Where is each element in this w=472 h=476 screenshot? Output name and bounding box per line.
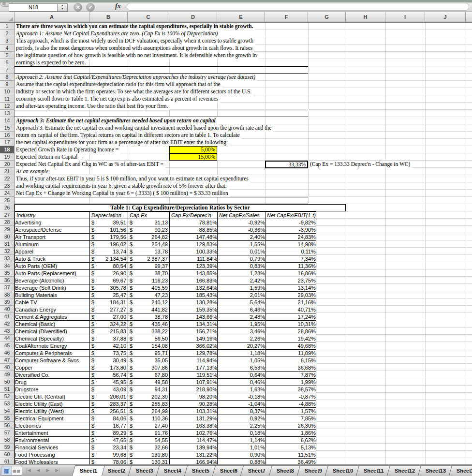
next-sheet-icon[interactable]: ▶ <box>44 467 51 474</box>
table-cell[interactable]: 2,01% <box>218 292 266 299</box>
table-cell[interactable]: $110,36 <box>128 415 170 422</box>
table-cell[interactable]: 177,13% <box>170 364 218 372</box>
table-cell[interactable]: Aluminum <box>15 241 90 248</box>
table-cell[interactable]: $13,74 <box>90 248 128 255</box>
table-cell[interactable]: $80,54 <box>90 263 128 270</box>
table-column-header[interactable]: Cap Ex <box>128 212 170 219</box>
cell-a17[interactable]: the net capital expenditures for your fi… <box>15 139 230 146</box>
row-header-59[interactable]: 59 <box>0 444 14 451</box>
table-cell[interactable]: Diversified Co. <box>15 372 90 379</box>
table-cell[interactable]: 49,68% <box>266 342 316 350</box>
row-header-2[interactable]: 2 <box>0 30 14 37</box>
table-cell[interactable]: 11,36% <box>266 263 316 270</box>
table-cell[interactable]: 6,15% <box>266 357 316 364</box>
table-cell[interactable]: 0,37% <box>218 408 266 415</box>
table-cell[interactable]: $179,56 <box>90 234 128 241</box>
row-header-50[interactable]: 50 <box>0 378 14 386</box>
table-cell[interactable]: $43,09 <box>90 386 128 393</box>
table-cell[interactable]: 102,76% <box>170 430 218 437</box>
sheet-tab-sheet10[interactable]: Sheet10 <box>325 465 361 476</box>
table-cell[interactable]: 98,20% <box>170 393 218 401</box>
table-cell[interactable]: 1,14% <box>218 437 266 444</box>
table-cell[interactable]: 1,57% <box>266 408 316 415</box>
table-cell[interactable]: Electronics <box>15 422 90 430</box>
table-cell[interactable]: 1,99% <box>266 379 316 386</box>
name-box-stepper[interactable]: ▲▼ <box>57 3 68 12</box>
table-cell[interactable]: 111,84% <box>170 255 218 263</box>
table-cell[interactable]: $305,78 <box>90 284 128 292</box>
table-cell[interactable]: 139,94% <box>170 444 218 451</box>
table-cell[interactable]: Financial Services <box>15 444 90 451</box>
row-header-23[interactable]: 23 <box>0 182 14 190</box>
row-header-4[interactable]: 4 <box>0 45 14 52</box>
column-header-f[interactable]: F <box>265 12 308 22</box>
table-cell[interactable]: 185,43% <box>170 292 218 299</box>
row-header-35[interactable]: 35 <box>0 269 14 277</box>
table-cell[interactable]: 0,64% <box>218 372 266 379</box>
column-header-j[interactable]: J <box>425 12 466 22</box>
cell-a20[interactable]: Expected Net Capital Ex and Chg in WC as… <box>15 161 165 168</box>
table-cell[interactable]: 1,59% <box>218 284 266 292</box>
row-header-37[interactable]: 37 <box>0 284 14 291</box>
table-cell[interactable]: $16,77 <box>90 422 128 430</box>
table-cell[interactable]: $47,65 <box>90 437 128 444</box>
cell-a18[interactable]: Expected Growth Rate in Operating Income… <box>15 146 120 153</box>
table-cell[interactable]: Auto & Truck <box>15 255 90 263</box>
row-header-6[interactable]: 6 <box>0 59 14 66</box>
prev-sheet-icon[interactable]: ◀ <box>35 467 42 474</box>
table-cell[interactable]: 20,27% <box>218 342 266 350</box>
sheet-tab-sheet12[interactable]: Sheet12 <box>386 465 423 476</box>
table-cell[interactable]: Electric Utility (West) <box>15 408 90 415</box>
table-cell[interactable]: 0,11% <box>266 248 316 255</box>
table-column-header[interactable]: Net CapEx/EBIT(1-t) <box>266 212 316 219</box>
cell-a21[interactable]: As an example, <box>15 168 52 175</box>
column-header-b[interactable]: B <box>89 12 128 22</box>
table-cell[interactable]: 1,95% <box>218 321 266 328</box>
table-cell[interactable]: 103,31% <box>170 408 218 415</box>
table-cell[interactable]: 90,28% <box>170 401 218 408</box>
table-cell[interactable]: $94,31 <box>128 386 170 393</box>
row-header-21[interactable]: 21 <box>0 168 14 175</box>
table-cell[interactable]: -0,87% <box>266 393 316 401</box>
table-cell[interactable]: 132,64% <box>170 284 218 292</box>
cell-a19[interactable]: Expected Return on Capital = <box>15 153 84 161</box>
table-cell[interactable]: 17,24% <box>266 313 316 321</box>
net-capex-result-cell[interactable]: 33,33% <box>265 161 308 168</box>
table-cell[interactable]: 114,94% <box>170 357 218 364</box>
table-cell[interactable]: 6,53% <box>218 364 266 372</box>
row-header-49[interactable]: 49 <box>0 371 14 378</box>
table-cell[interactable]: $90,23 <box>128 226 170 234</box>
first-sheet-icon[interactable]: |◀ <box>25 467 32 474</box>
table-cell[interactable]: $240,12 <box>128 299 170 306</box>
table-cell[interactable]: 19,42% <box>266 335 316 342</box>
table-cell[interactable]: 6,46% <box>218 306 266 313</box>
table-cell[interactable]: 119,51% <box>170 372 218 379</box>
table-cell[interactable]: Chemical (Diversified) <box>15 328 90 335</box>
table-cell[interactable]: Canadian Energy <box>15 306 90 313</box>
row-header-10[interactable]: 10 <box>0 88 14 95</box>
table-cell[interactable]: 166,83% <box>170 277 218 284</box>
column-header-i[interactable]: I <box>385 12 425 22</box>
row-header-27[interactable]: 27 <box>0 211 14 219</box>
row-header-26[interactable]: 26 <box>0 204 14 211</box>
normal-view-icon[interactable]: ▦ <box>1 466 12 475</box>
table-cell[interactable]: Advertising <box>15 219 90 226</box>
row-header-29[interactable]: 29 <box>0 226 14 233</box>
table-cell[interactable]: 11,09% <box>266 350 316 357</box>
table-cell[interactable]: 1,01% <box>218 444 266 451</box>
column-header-g[interactable]: G <box>308 12 346 22</box>
table-cell[interactable]: 78,81% <box>170 219 218 226</box>
row-header-57[interactable]: 57 <box>0 429 14 436</box>
row-header-56[interactable]: 56 <box>0 422 14 429</box>
table-cell[interactable]: 3,46% <box>218 328 266 335</box>
page-layout-view-icon[interactable]: ▦▦ <box>12 466 22 475</box>
table-cell[interactable]: $38,70 <box>128 270 170 277</box>
table-cell[interactable]: 0,90% <box>218 451 266 459</box>
table-cell[interactable]: Auto Parts (Replacement) <box>15 270 90 277</box>
growth-rate-input-cell[interactable]: 5,00% <box>169 146 217 153</box>
table-cell[interactable]: $25,47 <box>90 292 128 299</box>
table-cell[interactable]: $254,49 <box>128 241 170 248</box>
row-header-17[interactable]: 17 <box>0 139 14 146</box>
table-cell[interactable]: $196,02 <box>90 241 128 248</box>
cell-a12[interactable]: and after-tax operating income. Use the … <box>15 103 170 110</box>
